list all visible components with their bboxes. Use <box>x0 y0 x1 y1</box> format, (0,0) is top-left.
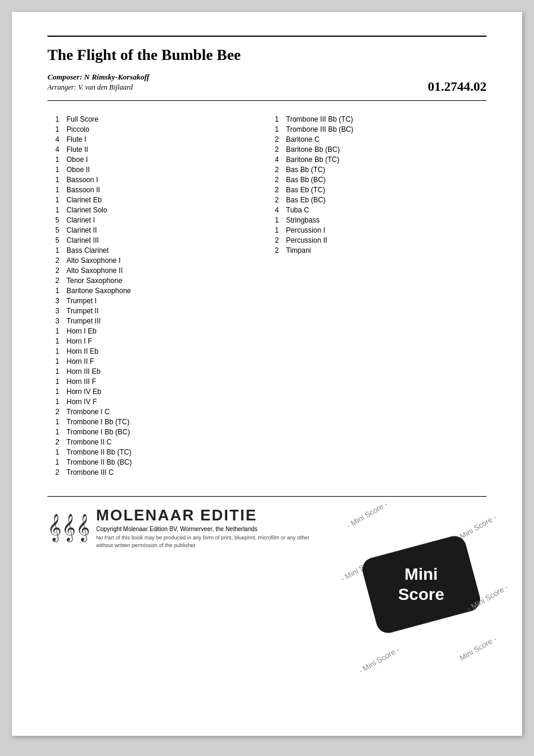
part-name: Percussion I <box>286 226 325 234</box>
list-item: 1Trombone II Bb (TC) <box>47 448 267 456</box>
part-name: Trumpet III <box>66 317 101 325</box>
list-item: 2Bas Eb (BC) <box>267 196 487 204</box>
part-name: Bas Eb (BC) <box>286 196 326 204</box>
bottom-rule <box>47 100 487 101</box>
watermark-5: - Mini Score - <box>357 645 401 676</box>
part-name: Stringbass <box>286 216 320 224</box>
part-quantity: 2 <box>47 408 59 416</box>
footer-area: 𝄞𝄞𝄞 MOLENAAR EDITIE Copyright Molenaar E… <box>47 496 487 549</box>
list-item: 1Bassoon II <box>47 186 267 194</box>
list-item: 1Horn III Eb <box>47 367 267 376</box>
list-item: 1Full Score <box>47 115 267 123</box>
list-item: 3Trumpet I <box>47 297 267 305</box>
part-quantity: 2 <box>267 196 279 204</box>
part-name: Clarinet Solo <box>66 206 107 214</box>
part-quantity: 1 <box>47 196 59 204</box>
page: The Flight of the Bumble Bee Composer: N… <box>12 12 522 736</box>
list-item: 1Clarinet Solo <box>47 206 267 214</box>
part-quantity: 1 <box>47 115 59 123</box>
part-name: Baritone Saxophone <box>66 287 131 295</box>
list-item: 1Horn IV F <box>47 398 267 406</box>
part-name: Horn I Eb <box>66 327 97 335</box>
logo-icon: 𝄞𝄞𝄞 <box>47 516 90 539</box>
top-rule <box>47 36 487 37</box>
part-quantity: 2 <box>47 438 59 446</box>
part-name: Tuba C <box>286 206 309 214</box>
part-name: Trombone III C <box>66 468 114 477</box>
part-name: Bas Eb (TC) <box>286 186 325 194</box>
list-item: 2Bas Eb (TC) <box>267 186 487 194</box>
part-name: Trombone II Bb (BC) <box>66 458 132 466</box>
list-item: 1Oboe II <box>47 166 267 174</box>
part-name: Timpani <box>286 246 311 255</box>
part-name: Horn IV F <box>66 398 97 406</box>
part-quantity: 2 <box>47 266 59 275</box>
list-item: 1Percussion I <box>267 226 487 234</box>
logo-copyright: Copyright Molenaar Edition BV, Wormervee… <box>96 526 322 532</box>
part-quantity: 4 <box>47 135 59 144</box>
list-item: 5Clarinet III <box>47 236 267 244</box>
list-item: 3Trumpet II <box>47 307 267 315</box>
parts-section: 1Full Score1Piccolo4Flute I4Flute II1Obo… <box>47 115 487 478</box>
part-name: Flute II <box>66 145 88 154</box>
part-quantity: 1 <box>47 186 59 194</box>
composer-line: Composer: N Rimsky-Korsakoff <box>47 72 150 82</box>
list-item: 1Trombone I Bb (TC) <box>47 418 267 426</box>
part-quantity: 5 <box>47 226 59 234</box>
list-item: 3Trumpet III <box>47 317 267 325</box>
part-quantity: 1 <box>47 377 59 386</box>
part-quantity: 1 <box>47 367 59 376</box>
part-name: Horn II Eb <box>66 347 98 355</box>
part-quantity: 4 <box>267 155 279 164</box>
part-quantity: 2 <box>267 166 279 174</box>
list-item: 1Horn II Eb <box>47 347 267 355</box>
list-item: 2Alto Saxophone II <box>47 266 267 275</box>
part-name: Trombone II C <box>66 438 112 446</box>
part-name: Flute I <box>66 135 86 144</box>
list-item: 2Bas Bb (TC) <box>267 166 487 174</box>
part-name: Horn I F <box>66 337 92 345</box>
list-item: 1Trombone III Bb (TC) <box>267 115 487 123</box>
part-name: Trombone I Bb (BC) <box>66 428 130 436</box>
part-name: Trombone I C <box>66 408 110 416</box>
part-quantity: 3 <box>47 297 59 305</box>
list-item: 1Trombone III Bb (BC) <box>267 125 487 134</box>
list-item: 1Bass Clarinet <box>47 246 267 255</box>
part-name: Trombone III Bb (TC) <box>286 115 353 123</box>
list-item: 2Bas Bb (BC) <box>267 176 487 184</box>
part-name: Clarinet III <box>66 236 99 244</box>
part-name: Percussion II <box>286 236 327 244</box>
part-quantity: 1 <box>47 206 59 214</box>
list-item: 2Baritone C <box>267 135 487 144</box>
part-name: Oboe I <box>66 155 88 164</box>
part-quantity: 2 <box>267 135 279 144</box>
list-item: 1Horn I Eb <box>47 327 267 335</box>
list-item: 1Piccolo <box>47 125 267 134</box>
part-name: Oboe II <box>66 166 90 174</box>
part-quantity: 1 <box>47 428 59 436</box>
part-quantity: 1 <box>47 327 59 335</box>
header-row: Composer: N Rimsky-Korsakoff Arranger: V… <box>47 72 487 94</box>
part-name: Full Score <box>66 115 98 123</box>
logo-name: MOLENAAR EDITIE <box>96 506 322 525</box>
part-name: Horn II F <box>66 357 94 366</box>
part-quantity: 1 <box>47 125 59 134</box>
part-quantity: 1 <box>47 347 59 355</box>
list-item: 2Percussion II <box>267 236 487 244</box>
part-name: Bas Bb (BC) <box>286 176 326 184</box>
list-item: 1Horn IV Eb <box>47 387 267 396</box>
part-name: Tenor Saxophone <box>66 277 122 285</box>
part-name: Horn III F <box>66 377 96 386</box>
parts-column-left: 1Full Score1Piccolo4Flute I4Flute II1Obo… <box>47 115 267 478</box>
part-name: Trombone III Bb (BC) <box>286 125 354 134</box>
part-name: Trumpet II <box>66 307 98 315</box>
part-quantity: 4 <box>47 145 59 154</box>
watermark-3: - Mini Score - <box>465 583 509 614</box>
list-item: 1Horn I F <box>47 337 267 345</box>
part-quantity: 2 <box>47 468 59 477</box>
part-name: Bassoon II <box>66 186 100 194</box>
part-quantity: 3 <box>47 317 59 325</box>
list-item: 2Trombone I C <box>47 408 267 416</box>
watermark-4: Mini Score - <box>458 634 498 663</box>
list-item: 4Flute II <box>47 145 267 154</box>
